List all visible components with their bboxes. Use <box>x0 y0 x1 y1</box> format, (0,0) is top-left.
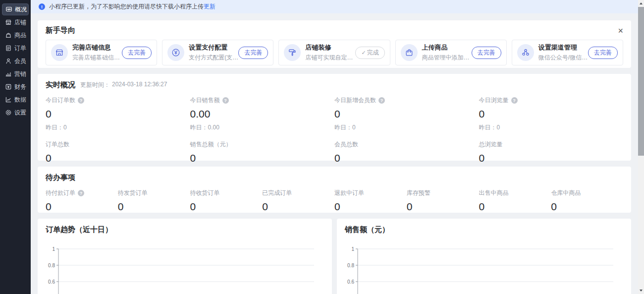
todo-stats: 待付款订单?0待发货订单0待收货订单0已完成订单0退款中订单0库存预警0出售中商… <box>46 189 623 213</box>
todo-title: 待办事项 <box>46 173 75 182</box>
guide-card-desc: 支付方式配置(支付宝/微信) <box>189 54 238 62</box>
order-trend-card: 订单趋势（近十日） 10.80.60.40.20 <box>38 219 332 294</box>
content-area: 新手导向 × 完善店铺信息完善店铺基础信息等去完善设置支付配置支付方式配置(支付… <box>31 13 638 294</box>
scrollbar-thumb[interactable] <box>638 7 644 156</box>
stat-item: 已完成订单0 <box>262 189 334 213</box>
stat-sub: 昨日：0 <box>479 123 624 132</box>
sidebar-item-data[interactable]: 数据 <box>2 94 29 106</box>
stat-value: 0 <box>46 108 190 120</box>
shop-icon <box>5 19 12 26</box>
help-icon[interactable]: ? <box>511 97 518 104</box>
realtime-title: 实时概况 <box>46 80 75 90</box>
members-icon <box>5 58 12 64</box>
svg-text:0.6: 0.6 <box>347 279 354 285</box>
svg-text:0.8: 0.8 <box>347 263 354 268</box>
sidebar-item-overview[interactable]: 概况 <box>2 3 29 15</box>
help-icon[interactable]: ? <box>222 97 229 104</box>
sidebar-item-shop[interactable]: 店铺 <box>2 16 29 28</box>
stat-value: 0.00 <box>190 108 335 120</box>
stat-value: 0 <box>407 201 479 213</box>
guide-card-title: 上传商品 <box>422 43 472 52</box>
stat-value: 0 <box>551 201 623 213</box>
stat-label: 会员总数 <box>334 140 479 149</box>
stat-label: 今日销售额? <box>190 96 335 105</box>
stat-label: 退款中订单 <box>334 189 407 197</box>
guide-card-title: 设置渠道管理 <box>538 43 588 52</box>
app-window: 概况店铺商品订单会员营销财务数据设置 ! 小程序已更新，为了不影响您的使用请尽快… <box>0 0 644 294</box>
stat-item: 今日新增会员数?0昨日：0 <box>334 96 479 132</box>
stat-item: 待发货订单0 <box>118 189 190 213</box>
stat-value: 0 <box>262 201 334 213</box>
goods-icon <box>5 32 12 39</box>
marketing-icon <box>5 70 12 77</box>
stat-item: 出售中商品0 <box>479 189 551 213</box>
sidebar-item-orders[interactable]: 订单 <box>2 42 29 54</box>
completed-button[interactable]: ✓完成 <box>355 47 384 59</box>
charts-row: 订单趋势（近十日） 10.80.60.40.20 销售额（元） 10.80.60… <box>38 219 631 294</box>
overview-icon <box>5 6 12 13</box>
stat-value: 0 <box>190 152 335 164</box>
sidebar-item-goods[interactable]: 商品 <box>2 29 29 41</box>
sidebar-item-marketing[interactable]: 营销 <box>2 68 29 80</box>
sidebar-item-settings[interactable]: 设置 <box>2 107 29 118</box>
stat-value: 0 <box>479 152 624 164</box>
go-complete-button[interactable]: 去完善 <box>472 47 501 59</box>
update-time-value: 2024-03-18 12:36:27 <box>112 81 167 89</box>
help-icon[interactable]: ? <box>78 190 84 196</box>
sidebar-item-label: 营销 <box>14 70 26 78</box>
stat-label: 库存预警 <box>407 189 479 197</box>
stat-label: 销售总额（元） <box>190 140 335 149</box>
help-icon[interactable]: ? <box>378 97 385 104</box>
stat-item: 总浏览量0 <box>479 140 624 164</box>
svg-text:0.8: 0.8 <box>48 263 55 268</box>
go-complete-button[interactable]: 去完善 <box>122 47 152 59</box>
stat-item: 今日浏览量?0昨日：0 <box>479 96 624 132</box>
realtime-stats-bottom: 订单总数0销售总额（元）0会员总数0总浏览量0 <box>46 140 623 164</box>
main-area: ! 小程序已更新，为了不影响您的使用请尽快下载小程序上传 更新 新手导向 × 完… <box>31 0 638 294</box>
sidebar-item-label: 商品 <box>14 31 26 40</box>
guide-card-upload-goods: 上传商品商品管理中添加商品上传去完善 <box>395 40 507 65</box>
newbie-guide-section: 新手导向 × 完善店铺信息完善店铺基础信息等去完善设置支付配置支付方式配置(支付… <box>38 20 631 68</box>
guide-card-channel-management: 设置渠道管理微信公众号/微信小程序去完善 <box>512 40 623 65</box>
guide-card-shop-decoration: 店铺装修店铺可实现自定义模板装修✓完成 <box>278 40 390 65</box>
sidebar-item-finance[interactable]: 财务 <box>2 81 29 93</box>
go-complete-button[interactable]: 去完善 <box>238 47 268 59</box>
scrollbar[interactable] <box>638 0 644 294</box>
check-icon: ✓ <box>361 50 366 56</box>
sidebar-item-members[interactable]: 会员 <box>2 55 29 67</box>
stat-value: 0 <box>118 201 190 213</box>
stat-value: 0 <box>190 201 263 213</box>
stat-item: 待付款订单?0 <box>46 189 118 213</box>
go-complete-button[interactable]: 去完善 <box>588 47 618 59</box>
guide-card-title: 完善店铺信息 <box>72 43 122 52</box>
stat-label: 待发货订单 <box>118 189 190 197</box>
stat-value: 0 <box>479 108 624 120</box>
stat-sub: 昨日：0.00 <box>190 123 335 132</box>
channels-icon <box>517 44 534 61</box>
order-trend-chart: 10.80.60.40.20 <box>46 239 324 294</box>
update-link[interactable]: 更新 <box>204 2 215 11</box>
scroll-up-arrow-icon[interactable] <box>638 0 644 7</box>
stat-label: 订单总数 <box>46 140 190 149</box>
update-time: 更新时间： 2024-03-18 12:36:27 <box>80 81 167 89</box>
help-icon[interactable]: ? <box>78 97 84 104</box>
orders-icon <box>5 45 12 52</box>
stat-item: 会员总数0 <box>334 140 479 164</box>
stat-value: 0 <box>46 152 190 164</box>
stat-label: 今日浏览量? <box>479 96 624 105</box>
svg-text:0.6: 0.6 <box>48 279 55 285</box>
sidebar-item-label: 设置 <box>14 109 26 117</box>
stat-label: 总浏览量 <box>479 140 624 149</box>
stat-sub: 昨日：0 <box>46 123 190 132</box>
stat-value: 0 <box>334 108 479 120</box>
finance-icon <box>5 83 12 90</box>
sidebar-item-label: 财务 <box>14 83 26 91</box>
stat-item: 仓库中商品0 <box>551 189 623 213</box>
close-icon[interactable]: × <box>618 27 623 34</box>
stat-item: 库存预警0 <box>407 189 479 213</box>
realtime-stats-top: 今日订单数?0昨日：0今日销售额?0.00昨日：0.00今日新增会员数?0昨日：… <box>46 96 623 132</box>
stat-item: 待收货订单0 <box>190 189 263 213</box>
scroll-down-arrow-icon[interactable] <box>638 287 644 294</box>
sidebar-nav: 概况店铺商品订单会员营销财务数据设置 <box>0 3 31 118</box>
svg-text:1: 1 <box>52 246 55 252</box>
